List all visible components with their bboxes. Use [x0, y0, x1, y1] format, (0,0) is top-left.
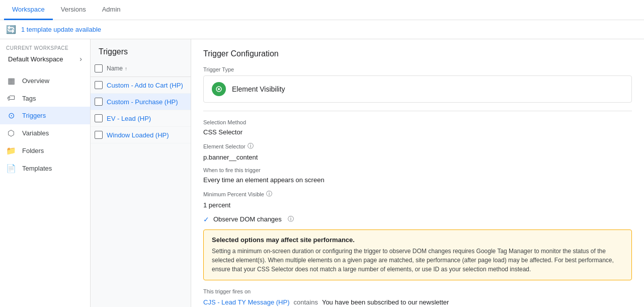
trigger-type-label: Trigger Type — [203, 66, 632, 72]
sidebar-nav: ▦ Overview 🏷 Tags ⊙ Triggers ⬡ Variables… — [0, 68, 90, 307]
row-checkbox[interactable] — [95, 81, 103, 89]
triggers-panel-header: Triggers — [91, 39, 191, 60]
when-to-fire-value: Every time an element appears on screen — [203, 176, 632, 184]
sidebar-item-variables[interactable]: ⬡ Variables — [0, 124, 90, 142]
trigger-name[interactable]: EV - Lead (HP) — [107, 115, 187, 122]
observe-dom-help-icon: ⓘ — [288, 215, 294, 223]
select-all-checkbox[interactable] — [95, 64, 103, 72]
sidebar-item-label-folders: Folders — [22, 147, 44, 155]
current-workspace-label: CURRENT WORKSPACE — [4, 43, 86, 52]
workspace-selector[interactable]: Default Workspace › — [4, 52, 86, 66]
middle-panel: Triggers Name ↑ Custom - Add to Cart (HP… — [91, 39, 191, 307]
sidebar-item-tags[interactable]: 🏷 Tags — [0, 90, 90, 107]
sidebar-item-templates[interactable]: 📄 Templates — [0, 160, 90, 177]
tags-icon: 🏷 — [6, 94, 16, 103]
sidebar-item-triggers[interactable]: ⊙ Triggers — [0, 107, 90, 124]
trigger-table: Name ↑ Custom - Add to Cart (HP) Custom … — [91, 60, 191, 307]
trigger-name[interactable]: Custom - Purchase (HP) — [107, 98, 187, 106]
table-row[interactable]: Window Loaded (HP) — [91, 127, 191, 143]
trigger-config-title: Trigger Configuration — [203, 49, 632, 58]
element-selector-label: Element Selector — [203, 143, 246, 149]
element-selector-help-icon: ⓘ — [248, 142, 254, 150]
observe-dom-row: ✓ Observe DOM changes ⓘ — [203, 215, 632, 223]
triggers-icon: ⊙ — [6, 111, 16, 120]
row-checkbox[interactable] — [95, 98, 103, 106]
sidebar-item-label-triggers: Triggers — [22, 112, 46, 119]
tab-versions[interactable]: Versions — [53, 0, 94, 20]
name-column-header: Name — [107, 65, 123, 72]
refresh-icon: 🔄 — [6, 25, 16, 34]
sidebar-item-label-variables: Variables — [22, 129, 49, 137]
warning-box: Selected options may affect site perform… — [203, 229, 632, 280]
tab-workspace[interactable]: Workspace — [4, 0, 53, 20]
checkmark-icon: ✓ — [203, 215, 209, 223]
templates-icon: 📄 — [6, 164, 16, 173]
sidebar-item-label-tags: Tags — [22, 95, 36, 102]
top-navigation: Workspace Versions Admin — [0, 0, 644, 20]
min-percent-help-icon: ⓘ — [266, 190, 272, 198]
right-panel: Trigger Configuration Trigger Type Eleme… — [191, 39, 644, 307]
when-to-fire-label: When to fire this trigger — [203, 167, 632, 173]
sidebar-item-label-overview: Overview — [22, 77, 49, 85]
trigger-name[interactable]: Window Loaded (HP) — [107, 131, 187, 139]
sidebar: CURRENT WORKSPACE Default Workspace › ▦ … — [0, 39, 91, 307]
overview-icon: ▦ — [6, 76, 16, 86]
min-percent-value: 1 percent — [203, 201, 632, 209]
trigger-type-name: Element Visibility — [232, 85, 285, 93]
sidebar-item-folders[interactable]: 📁 Folders — [0, 142, 90, 160]
workspace-name: Default Workspace — [8, 55, 63, 63]
element-visibility-icon — [212, 82, 226, 96]
warning-title: Selected options may affect site perform… — [212, 236, 623, 244]
variables-icon: ⬡ — [6, 128, 16, 138]
observe-dom-label: Observe DOM changes — [213, 215, 282, 223]
sidebar-item-label-templates: Templates — [22, 165, 52, 172]
min-percent-label: Minimum Percent Visible — [203, 191, 264, 197]
table-row[interactable]: EV - Lead (HP) — [91, 110, 191, 127]
fires-on-row: CJS - Lead TY Message (HP) contains You … — [203, 298, 632, 306]
svg-point-1 — [218, 88, 220, 90]
table-row[interactable]: Custom - Add to Cart (HP) — [91, 77, 191, 94]
update-bar: 🔄 1 template update available — [0, 20, 644, 39]
fires-on-label: This trigger fires on — [203, 288, 632, 294]
row-checkbox[interactable] — [95, 131, 103, 139]
trigger-name[interactable]: Custom - Add to Cart (HP) — [107, 82, 187, 89]
fires-on-name[interactable]: CJS - Lead TY Message (HP) — [203, 298, 289, 306]
sort-icon: ↑ — [125, 66, 127, 71]
update-bar-text[interactable]: 1 template update available — [21, 26, 101, 33]
selection-method-label: Selection Method — [203, 119, 632, 125]
fires-on-value: You have been subscribed to our newslett… — [322, 298, 449, 306]
main-layout: CURRENT WORKSPACE Default Workspace › ▦ … — [0, 39, 644, 307]
chevron-right-icon: › — [79, 55, 82, 63]
selection-method-value: CSS Selector — [203, 128, 632, 136]
folders-icon: 📁 — [6, 146, 16, 156]
element-selector-value: p.banner__content — [203, 154, 632, 161]
fires-on-contains: contains — [293, 298, 317, 306]
trigger-table-header: Name ↑ — [91, 60, 191, 77]
table-row[interactable]: Custom - Purchase (HP) — [91, 94, 191, 110]
sidebar-item-overview[interactable]: ▦ Overview — [0, 72, 90, 90]
divider — [203, 111, 632, 111]
warning-text: Setting a minimum on-screen duration or … — [212, 247, 623, 274]
trigger-type-box[interactable]: Element Visibility — [203, 75, 632, 103]
workspace-section: CURRENT WORKSPACE Default Workspace › — [0, 39, 90, 68]
row-checkbox[interactable] — [95, 114, 103, 122]
tab-admin[interactable]: Admin — [94, 0, 129, 20]
